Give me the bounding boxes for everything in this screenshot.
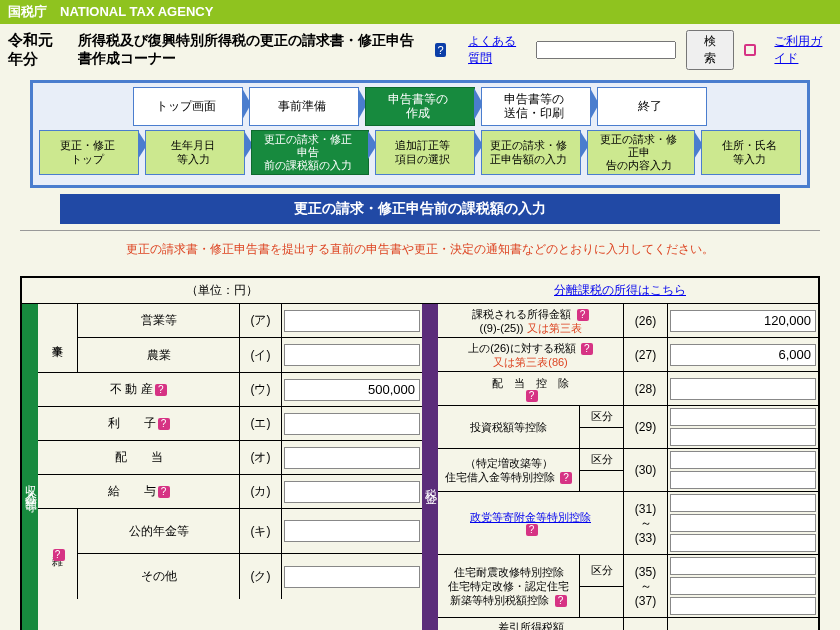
tax-year: 令和元年分 bbox=[8, 31, 68, 69]
instruction-text: 更正の請求書・修正申告書を提出する直前の申告書や更正・決定の通知書などのとおりに… bbox=[0, 241, 840, 258]
input-r30b[interactable] bbox=[670, 471, 816, 489]
label-kyuyo: 給 与? bbox=[38, 475, 240, 508]
r35-label: 住宅耐震改修特別控除住宅特定改修・認定住宅新築等特別税額控除 ? bbox=[438, 555, 580, 617]
guide-icon bbox=[744, 44, 756, 56]
r26-num: (26) bbox=[624, 304, 668, 337]
label-sonota: その他 bbox=[78, 554, 240, 599]
input-r32[interactable] bbox=[670, 514, 816, 532]
help-icon[interactable]: ? bbox=[555, 595, 567, 607]
cat-zatsu: 雑? bbox=[38, 509, 78, 599]
section-banner: 更正の請求・修正申告前の課税額の入力 bbox=[60, 194, 780, 224]
input-r35[interactable] bbox=[670, 557, 816, 575]
r29-kubun: 区分 bbox=[580, 406, 623, 428]
unit-row: （単位：円） 分離課税の所得はこちら bbox=[22, 278, 818, 304]
input-r36[interactable] bbox=[670, 577, 816, 595]
input-nenkin[interactable] bbox=[284, 520, 420, 542]
search-input[interactable] bbox=[536, 41, 676, 59]
input-eigyo[interactable] bbox=[284, 310, 420, 332]
input-r26[interactable] bbox=[670, 310, 816, 332]
r26-label: 課税される所得金額 ? ((9)-(25)) 又は第三表 bbox=[438, 304, 624, 337]
r31-label: 政党等寄附金等特別控除 ? bbox=[438, 492, 624, 554]
r31-link[interactable]: 政党等寄附金等特別控除 bbox=[470, 510, 591, 524]
r29-label: 投資税額等控除 bbox=[438, 406, 580, 448]
r31-num: (31) ～ (33) bbox=[624, 492, 668, 554]
help-icon[interactable]: ? bbox=[526, 524, 538, 536]
label-eigyo: 営業等 bbox=[78, 304, 240, 337]
r35-num: (35) ～ (37) bbox=[624, 555, 668, 617]
input-r29b[interactable] bbox=[670, 428, 816, 446]
nav-create[interactable]: 申告書等の 作成 bbox=[365, 87, 475, 126]
input-rishi[interactable] bbox=[284, 413, 420, 435]
input-kyuyo[interactable] bbox=[284, 481, 420, 503]
input-r29a[interactable] bbox=[670, 408, 816, 426]
help-icon[interactable]: ? bbox=[158, 486, 170, 498]
label-fudosan: 不 動 産? bbox=[38, 373, 240, 406]
label-nenkin: 公的年金等 bbox=[78, 509, 240, 553]
agency-header: 国税庁 NATIONAL TAX AGENCY bbox=[0, 0, 840, 24]
input-r28[interactable] bbox=[670, 378, 816, 400]
page-title: 所得税及び復興特別所得税の更正の請求書・修正申告書作成コーナー bbox=[78, 32, 425, 68]
kana-i: (イ) bbox=[240, 338, 282, 372]
input-r27[interactable] bbox=[670, 344, 816, 366]
help-icon[interactable]: ? bbox=[560, 472, 572, 484]
help-icon[interactable]: ? bbox=[155, 384, 167, 396]
tax-spine: 税金 bbox=[422, 304, 438, 630]
kana-o: (オ) bbox=[240, 441, 282, 474]
label-nogyo: 農業 bbox=[78, 338, 240, 372]
help-icon[interactable]: ? bbox=[158, 418, 170, 430]
nav-row-1: トップ画面 事前準備 申告書等の 作成 申告書等の 送信・印刷 終了 bbox=[39, 87, 801, 126]
r28-num: (28) bbox=[624, 372, 668, 405]
nav2-current[interactable]: 更正の請求・修正申告 前の課税額の入力 bbox=[251, 130, 369, 176]
nav2-items[interactable]: 追加訂正等 項目の選択 bbox=[375, 130, 475, 176]
nav-send[interactable]: 申告書等の 送信・印刷 bbox=[481, 87, 591, 126]
faq-link[interactable]: よくある質問 bbox=[468, 33, 526, 67]
guide-link[interactable]: ご利用ガイド bbox=[774, 33, 832, 67]
help-icon[interactable]: ? bbox=[581, 343, 593, 355]
nav2-amount[interactable]: 更正の請求・修 正申告額の入力 bbox=[481, 130, 581, 176]
kana-e: (エ) bbox=[240, 407, 282, 440]
help-icon[interactable]: ? bbox=[526, 390, 538, 402]
input-fudosan[interactable] bbox=[284, 379, 420, 401]
r38-label: 差引所得税額((27)-(28)-(29)-(30)-(31)-(32)-(33… bbox=[438, 618, 624, 630]
kana-a: (ア) bbox=[240, 304, 282, 337]
cat-jigyo: 事業 bbox=[38, 304, 78, 372]
nav-end[interactable]: 終了 bbox=[597, 87, 707, 126]
input-r30a[interactable] bbox=[670, 451, 816, 469]
r30-num: (30) bbox=[624, 449, 668, 491]
nav-row-2: 更正・修正 トップ 生年月日 等入力 更正の請求・修正申告 前の課税額の入力 追… bbox=[39, 130, 801, 176]
r27-num: (27) bbox=[624, 338, 668, 371]
label-rishi: 利 子? bbox=[38, 407, 240, 440]
input-haito[interactable] bbox=[284, 447, 420, 469]
input-r37[interactable] bbox=[670, 597, 816, 615]
search-button[interactable]: 検 索 bbox=[686, 30, 735, 70]
input-nogyo[interactable] bbox=[284, 344, 420, 366]
nav2-content[interactable]: 更正の請求・修正申 告の内容入力 bbox=[587, 130, 695, 176]
label-haito: 配 当 bbox=[38, 441, 240, 474]
r27-label: 上の(26)に対する税額 ? 又は第三表(86) bbox=[438, 338, 624, 371]
nav2-address[interactable]: 住所・氏名 等入力 bbox=[701, 130, 801, 176]
help-icon[interactable]: ? bbox=[577, 309, 589, 321]
separate-tax-link[interactable]: 分離課税の所得はこちら bbox=[554, 283, 686, 297]
r30-label: （特定増改築等）住宅借入金等特別控除 ? bbox=[438, 449, 580, 491]
income-spine: 収入金額等 bbox=[22, 304, 38, 630]
kana-ki: (キ) bbox=[240, 509, 282, 553]
help-icon[interactable]: ? bbox=[53, 549, 65, 561]
r28-label: 配 当 控 除 ? bbox=[438, 372, 624, 405]
r29-num: (29) bbox=[624, 406, 668, 448]
nav2-top[interactable]: 更正・修正 トップ bbox=[39, 130, 139, 176]
input-r33[interactable] bbox=[670, 534, 816, 552]
input-sonota[interactable] bbox=[284, 566, 420, 588]
left-column: 事業 営業等 (ア) 農業 (イ) 不 動 産? (ウ bbox=[38, 304, 422, 630]
kana-ka: (カ) bbox=[240, 475, 282, 508]
question-icon: ? bbox=[435, 43, 446, 57]
input-r31[interactable] bbox=[670, 494, 816, 512]
nav2-birth[interactable]: 生年月日 等入力 bbox=[145, 130, 245, 176]
r38-num: (38) bbox=[624, 618, 668, 630]
r35-kubun: 区分 bbox=[580, 555, 623, 587]
right-column: 課税される所得金額 ? ((9)-(25)) 又は第三表 (26) 上の(26)… bbox=[438, 304, 818, 630]
nav-prep[interactable]: 事前準備 bbox=[249, 87, 359, 126]
input-table: （単位：円） 分離課税の所得はこちら 収入金額等 事業 営業等 (ア) 農業 (… bbox=[20, 276, 820, 630]
unit-label: （単位：円） bbox=[22, 278, 422, 303]
nav-top[interactable]: トップ画面 bbox=[133, 87, 243, 126]
kana-ku: (ク) bbox=[240, 554, 282, 599]
